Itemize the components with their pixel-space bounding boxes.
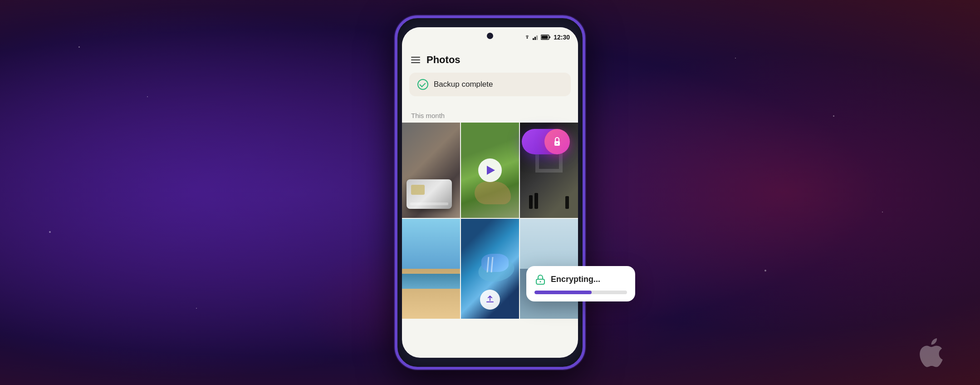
status-icons bbox=[524, 35, 551, 40]
lock-icon bbox=[552, 136, 563, 147]
battery-icon bbox=[541, 35, 551, 40]
lock-badge bbox=[522, 129, 567, 154]
credit-card bbox=[407, 179, 452, 209]
progress-bar-fill bbox=[534, 291, 592, 294]
phone-screen: 12:30 Photos Backup complete This month bbox=[402, 27, 578, 358]
photo-cell-2[interactable] bbox=[461, 123, 519, 218]
status-time: 12:30 bbox=[554, 34, 570, 41]
progress-bar-background bbox=[534, 291, 627, 294]
front-camera bbox=[487, 33, 493, 39]
play-button[interactable] bbox=[478, 158, 502, 182]
svg-rect-4 bbox=[542, 36, 548, 39]
backup-text: Backup complete bbox=[434, 80, 493, 89]
app-header: Photos bbox=[402, 47, 578, 73]
play-triangle-icon bbox=[487, 166, 495, 175]
upload-icon-svg bbox=[485, 295, 495, 305]
apple-logo bbox=[916, 337, 944, 371]
encrypting-popup: Encrypting... bbox=[526, 266, 635, 301]
lock-circle bbox=[544, 129, 570, 154]
photo-cell-4[interactable] bbox=[402, 219, 460, 319]
svg-rect-0 bbox=[533, 38, 534, 40]
svg-rect-2 bbox=[536, 35, 538, 40]
encrypting-text: Encrypting... bbox=[551, 275, 600, 284]
month-label: This month bbox=[411, 112, 445, 119]
signal-icon bbox=[533, 35, 539, 40]
phone-body: 12:30 Photos Backup complete This month bbox=[395, 15, 585, 370]
svg-point-10 bbox=[540, 281, 541, 282]
photo-cell-5[interactable] bbox=[461, 219, 519, 319]
menu-button[interactable] bbox=[411, 57, 420, 63]
photo-grid bbox=[402, 123, 578, 358]
encrypting-lock-icon bbox=[534, 273, 546, 285]
app-title: Photos bbox=[426, 54, 461, 66]
apple-logo-svg bbox=[916, 337, 944, 370]
photo-cell-1[interactable] bbox=[402, 123, 460, 218]
backup-banner: Backup complete bbox=[409, 73, 571, 96]
upload-icon bbox=[480, 290, 500, 310]
svg-point-8 bbox=[557, 143, 558, 144]
backup-check-icon bbox=[417, 79, 428, 90]
svg-rect-1 bbox=[534, 37, 536, 40]
wifi-icon bbox=[524, 35, 531, 40]
encrypting-header: Encrypting... bbox=[534, 273, 627, 285]
svg-rect-5 bbox=[549, 36, 550, 38]
phone-mockup: 12:30 Photos Backup complete This month bbox=[381, 6, 599, 379]
svg-rect-6 bbox=[486, 301, 494, 302]
